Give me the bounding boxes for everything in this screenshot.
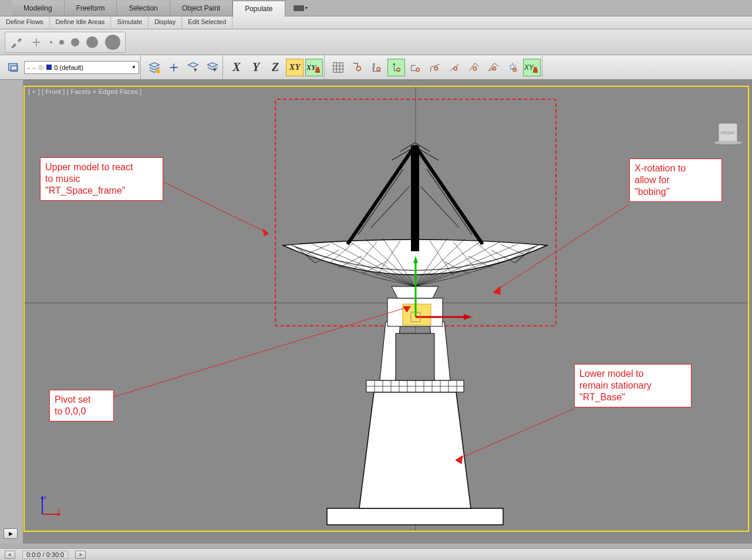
snap-bounding-box-button[interactable]: [504, 59, 521, 76]
svg-marker-50: [456, 456, 463, 464]
constraint-xy-lock-button[interactable]: XY: [305, 59, 323, 76]
add-to-layer-button[interactable]: [165, 59, 183, 76]
snap-pivot-button[interactable]: [349, 59, 366, 76]
svg-line-31: [348, 146, 415, 244]
svg-point-8: [454, 67, 457, 70]
snap-vertex-button[interactable]: [387, 59, 405, 76]
timeline-bar: < 0:0:0 / 0:30:0 >: [0, 548, 752, 560]
annotation-upper-model: Upper model to react to music "RT_Space_…: [40, 157, 163, 201]
brush-size-xl[interactable]: [105, 35, 120, 50]
snap-perpendicular-button[interactable]: [368, 59, 386, 76]
svg-line-45: [493, 204, 629, 292]
svg-point-3: [377, 68, 380, 71]
subtab-simulate[interactable]: Simulate: [111, 16, 149, 29]
chevron-down-icon: ▼: [131, 65, 136, 70]
timeline-scroll-right[interactable]: >: [75, 551, 86, 559]
subtab-display[interactable]: Display: [149, 16, 182, 29]
tab-modeling[interactable]: Modeling: [12, 1, 65, 16]
svg-rect-14: [327, 508, 503, 525]
viewcube[interactable]: FRONT: [714, 123, 742, 147]
svg-line-47: [114, 306, 410, 397]
svg-marker-48: [403, 306, 410, 312]
timeline-scroll-left[interactable]: <: [5, 551, 15, 559]
svg-line-49: [456, 409, 574, 460]
svg-line-43: [163, 182, 269, 234]
snap-edge-button[interactable]: [446, 59, 463, 76]
constraint-xy-button[interactable]: XY: [286, 59, 304, 76]
svg-point-4: [393, 63, 396, 65]
svg-text:x: x: [58, 507, 60, 513]
svg-marker-44: [263, 229, 269, 236]
layer-color-swatch: [46, 65, 52, 70]
ribbon-tabs: Modeling Freeform Selection Object Paint…: [0, 0, 752, 16]
svg-text:z: z: [44, 494, 47, 500]
svg-rect-33: [411, 146, 419, 251]
brush-size-m[interactable]: [71, 38, 79, 46]
tab-selection[interactable]: Selection: [117, 1, 170, 16]
brush-size-l[interactable]: [86, 36, 98, 48]
subtab-define-flows[interactable]: Define Flows: [0, 16, 50, 29]
layer-dropdown[interactable]: – – ◎ 0 (default) ▼: [24, 61, 139, 74]
set-current-layer-button[interactable]: [204, 59, 221, 76]
command-panel-gutter: [0, 80, 23, 544]
tab-populate[interactable]: Populate: [232, 1, 285, 17]
svg-point-9: [473, 67, 477, 70]
main-toolbar: – – ◎ 0 (default) ▼ X Y Z XY XY: [0, 55, 752, 80]
world-axis-gizmo: z x: [39, 494, 62, 518]
gizmo-x-label: x: [474, 313, 477, 320]
subtab-define-idle-areas[interactable]: Define Idle Areas: [50, 16, 112, 29]
snap-midpoint-button[interactable]: [426, 59, 444, 76]
ribbon-sub-tabs: Define Flows Define Idle Areas Simulate …: [0, 16, 752, 29]
svg-point-7: [434, 67, 438, 70]
brush-tool-icon[interactable]: [10, 36, 23, 49]
constraint-y-button[interactable]: Y: [247, 59, 265, 76]
snap-grid-button[interactable]: [329, 59, 347, 76]
timeline-play-flyout[interactable]: ▶: [4, 528, 18, 539]
viewport-area: [ + ] [ Front ] [ Facets + Edged Faces ]…: [0, 80, 752, 544]
svg-marker-41: [464, 314, 472, 320]
snap-working-plane-button[interactable]: XY: [523, 59, 541, 76]
svg-rect-0: [9, 63, 18, 70]
svg-line-36: [427, 169, 472, 235]
create-layer-button[interactable]: [146, 59, 163, 76]
svg-marker-46: [493, 286, 500, 295]
annotation-lower-model: Lower model to remain stationary "RT_Bas…: [574, 364, 692, 407]
svg-point-6: [416, 68, 420, 71]
brush-size-xs[interactable]: [50, 41, 52, 43]
viewcube-face[interactable]: FRONT: [719, 123, 737, 142]
tab-freeform[interactable]: Freeform: [65, 1, 117, 16]
select-layer-objects-button[interactable]: [184, 59, 202, 76]
layer-explorer-button[interactable]: [5, 59, 22, 76]
subtab-edit-selected[interactable]: Edit Selected: [182, 16, 232, 29]
constraint-x-button[interactable]: X: [228, 59, 245, 76]
brush-options-row: [0, 29, 752, 55]
constraint-z-button[interactable]: Z: [267, 59, 284, 76]
add-brush-icon[interactable]: [30, 36, 43, 49]
viewport-label[interactable]: [ + ] [ Front ] [ Facets + Edged Faces ]: [28, 88, 141, 95]
viewport-front[interactable]: [ + ] [ Front ] [ Facets + Edged Faces ]…: [23, 86, 749, 532]
brush-size-s[interactable]: [59, 40, 64, 45]
layer-label: 0 (default): [54, 64, 83, 71]
timeline-time-display: 0:0:0 / 0:30:0: [22, 551, 68, 559]
svg-point-2: [156, 69, 160, 73]
snap-grid-point-button[interactable]: [484, 59, 502, 76]
annotation-x-rotation: X-rotation to allow for "bobing": [629, 158, 722, 202]
ribbon-minimize-toggle[interactable]: ▾: [294, 5, 308, 11]
snap-endpoint-button[interactable]: [407, 59, 424, 76]
annotation-pivot: Pivot set to 0,0,0: [49, 390, 114, 421]
tab-object-paint[interactable]: Object Paint: [170, 1, 232, 16]
snap-face-button[interactable]: [465, 59, 483, 76]
svg-line-32: [415, 146, 483, 244]
svg-line-34: [358, 169, 403, 235]
